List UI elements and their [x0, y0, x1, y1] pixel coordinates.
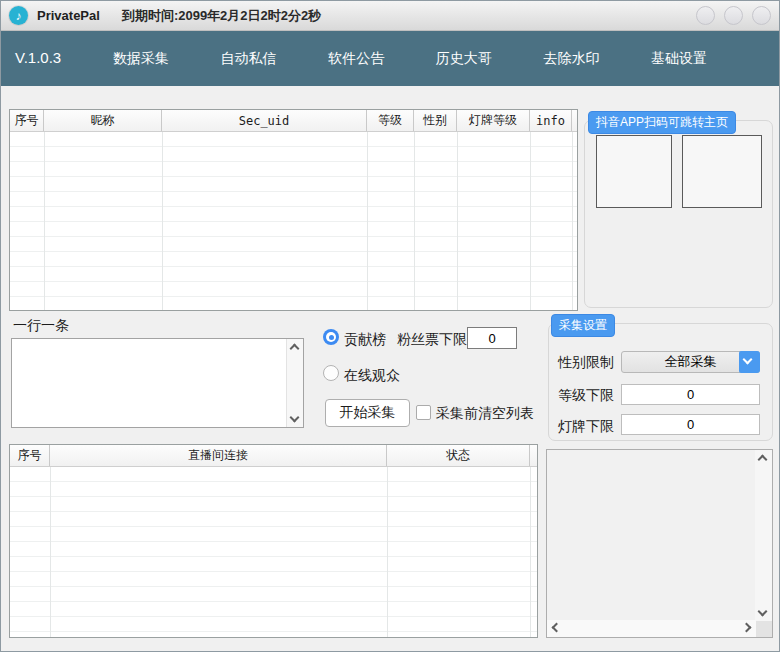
lamp-min-label: 灯牌下限 [558, 418, 614, 436]
col-nickname[interactable]: 昵称 [44, 110, 162, 131]
scroll-up-icon[interactable] [758, 455, 768, 465]
textarea-vertical-scrollbar[interactable] [286, 339, 303, 427]
fan-ticket-label: 粉丝票下限 [397, 331, 467, 349]
menu-item-watermark[interactable]: 去除水印 [543, 50, 599, 68]
log-horizontal-scrollbar[interactable] [547, 620, 756, 637]
menu-item-auto-message[interactable]: 自动私信 [221, 50, 277, 68]
col-gender[interactable]: 性别 [414, 110, 457, 131]
users-table-header: 序号 昵称 Sec_uid 等级 性别 灯牌等级 info [10, 110, 577, 132]
menu-item-history[interactable]: 历史大哥 [436, 50, 492, 68]
col-room-link[interactable]: 直播间连接 [50, 445, 387, 466]
fan-ticket-input[interactable] [467, 327, 517, 349]
menu-item-data-collect[interactable]: 数据采集 [113, 50, 169, 68]
col-sec-uid[interactable]: Sec_uid [162, 110, 367, 131]
scroll-up-icon[interactable] [290, 344, 300, 354]
room-links-textarea[interactable] [12, 339, 288, 427]
lamp-min-input[interactable] [621, 414, 760, 435]
qr-code-box-1 [596, 135, 672, 208]
expiry-time-text: 到期时间:2099年2月2日2时2分2秒 [122, 7, 321, 25]
window-controls [696, 6, 771, 25]
col-index[interactable]: 序号 [10, 110, 44, 131]
col-lamp-level[interactable]: 灯牌等级 [457, 110, 530, 131]
users-table-body[interactable] [10, 132, 577, 310]
gender-limit-value: 全部采集 [665, 353, 717, 371]
app-window: ♪ PrivatePal 到期时间:2099年2月2日2时2分2秒 V.1.0.… [0, 0, 780, 652]
radio-online-label[interactable]: 在线观众 [344, 367, 400, 385]
settings-panel-title-badge: 采集设置 [551, 314, 615, 337]
col-info[interactable]: info [530, 110, 572, 131]
level-min-input[interactable] [621, 384, 760, 405]
col-room-status[interactable]: 状态 [387, 445, 530, 466]
log-listbox[interactable] [546, 449, 773, 638]
gender-limit-label: 性别限制 [558, 354, 614, 372]
radio-contribution-label[interactable]: 贡献榜 [344, 331, 386, 349]
main-menu: 数据采集 自动私信 软件公告 历史大哥 去除水印 基础设置 [113, 31, 707, 86]
qr-panel-title-badge: 抖音APP扫码可跳转主页 [588, 111, 736, 134]
chevron-down-icon [743, 355, 753, 365]
col-room-filler [530, 445, 537, 466]
clear-before-label[interactable]: 采集前清空列表 [436, 405, 534, 423]
rooms-table[interactable]: 序号 直播间连接 状态 [9, 444, 538, 638]
rooms-table-body[interactable] [10, 467, 537, 637]
maximize-button[interactable] [724, 6, 743, 25]
radio-online-viewers[interactable] [323, 365, 339, 381]
room-input-label: 一行一条 [13, 317, 69, 335]
menu-item-settings[interactable]: 基础设置 [651, 50, 707, 68]
version-label: V.1.0.3 [15, 49, 61, 66]
start-collect-button[interactable]: 开始采集 [325, 399, 410, 427]
qr-code-box-2 [682, 135, 762, 208]
scroll-down-icon[interactable] [290, 413, 300, 423]
scroll-left-icon[interactable] [552, 623, 562, 633]
col-room-index[interactable]: 序号 [10, 445, 50, 466]
dropdown-arrow-button[interactable] [739, 351, 760, 373]
scrollbar-corner [756, 621, 772, 637]
col-filler [572, 110, 577, 131]
rooms-table-header: 序号 直播间连接 状态 [10, 445, 537, 467]
col-level[interactable]: 等级 [367, 110, 414, 131]
qr-panel [584, 120, 773, 308]
title-bar: ♪ PrivatePal 到期时间:2099年2月2日2时2分2秒 [1, 1, 779, 31]
gender-limit-select[interactable]: 全部采集 [621, 351, 760, 373]
clear-before-checkbox[interactable] [416, 405, 431, 420]
menu-item-announcement[interactable]: 软件公告 [328, 50, 384, 68]
level-min-label: 等级下限 [558, 387, 614, 405]
users-table[interactable]: 序号 昵称 Sec_uid 等级 性别 灯牌等级 info [9, 109, 578, 311]
close-button[interactable] [752, 6, 771, 25]
nav-bar: V.1.0.3 数据采集 自动私信 软件公告 历史大哥 去除水印 基础设置 [1, 31, 779, 86]
room-links-input-wrap [11, 338, 304, 428]
radio-contribution-list[interactable] [323, 329, 339, 345]
app-logo-icon: ♪ [9, 6, 28, 25]
minimize-button[interactable] [696, 6, 715, 25]
log-vertical-scrollbar[interactable] [755, 450, 772, 621]
app-title: PrivatePal [37, 8, 100, 23]
scroll-down-icon[interactable] [758, 607, 768, 617]
scroll-right-icon[interactable] [742, 623, 752, 633]
